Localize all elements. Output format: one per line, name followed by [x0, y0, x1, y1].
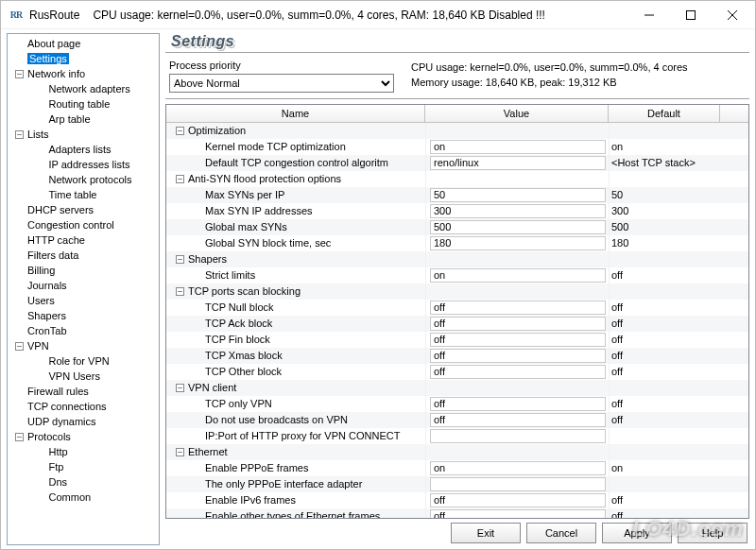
grid-row[interactable]: TCP Ack blockoffoff — [166, 316, 748, 332]
grid-row[interactable]: Global max SYNs500500 — [166, 219, 748, 235]
value-cell[interactable]: on — [430, 461, 606, 475]
tree-item[interactable]: Congestion control — [8, 217, 159, 232]
apply-button[interactable]: Apply — [602, 523, 672, 543]
grid-row[interactable]: Strict limitsonoff — [166, 267, 748, 284]
col-value[interactable]: Value — [425, 105, 609, 122]
grid-row[interactable]: Enable IPv6 framesoffoff — [166, 492, 748, 508]
tree-expander-icon[interactable]: − — [15, 130, 24, 139]
tree-item[interactable]: −Network info — [8, 66, 159, 81]
tree-item[interactable]: Dns — [8, 474, 159, 490]
tree-item[interactable]: −Protocols — [8, 429, 159, 444]
tree-item[interactable]: IP addresses lists — [8, 157, 159, 172]
value-cell[interactable]: off — [430, 349, 606, 363]
grid-category-row[interactable]: −Optimization — [166, 123, 748, 139]
value-cell[interactable]: off — [430, 509, 606, 518]
grid-expander-icon[interactable]: − — [176, 255, 184, 264]
nav-tree[interactable]: About pageSettings−Network info Network … — [7, 33, 160, 545]
tree-item[interactable]: Users — [8, 293, 159, 308]
default-cell: on — [609, 460, 720, 476]
tree-item[interactable]: Network protocols — [8, 172, 159, 187]
tree-item[interactable]: HTTP cache — [8, 232, 159, 248]
tree-item[interactable]: Journals — [8, 278, 159, 293]
tree-label: IP addresses lists — [49, 159, 130, 170]
tree-item[interactable]: UDP dynamics — [8, 414, 159, 429]
tree-item[interactable]: Network adapters — [8, 81, 159, 96]
tree-item[interactable]: Time table — [8, 187, 159, 202]
tree-item[interactable]: Adapters lists — [8, 142, 159, 157]
grid-expander-icon[interactable]: − — [176, 448, 184, 456]
grid-category-row[interactable]: −VPN client — [166, 380, 748, 396]
priority-select[interactable]: Above Normal — [169, 74, 394, 93]
tree-item[interactable]: VPN Users — [8, 369, 159, 384]
grid-category-row[interactable]: −Ethernet — [166, 444, 748, 460]
grid-category-row[interactable]: −TCP ports scan blocking — [166, 284, 748, 300]
tree-item[interactable]: −VPN — [8, 338, 159, 353]
col-default[interactable]: Default — [609, 105, 720, 122]
col-name[interactable]: Name — [166, 105, 425, 122]
grid-expander-icon[interactable]: − — [176, 384, 184, 392]
grid-row[interactable]: Max SYN IP addresses300300 — [166, 203, 748, 219]
value-cell[interactable]: off — [430, 493, 606, 507]
grid-expander-icon[interactable]: − — [176, 127, 184, 135]
grid-row[interactable]: Global SYN block time, sec180180 — [166, 235, 748, 251]
value-cell[interactable] — [430, 429, 606, 443]
value-cell[interactable]: on — [430, 268, 606, 283]
value-cell[interactable]: off — [430, 333, 606, 347]
tree-item[interactable]: TCP connections — [8, 399, 159, 414]
grid-row[interactable]: The only PPPoE interface adapter — [166, 476, 748, 492]
tree-expander-icon[interactable]: − — [15, 433, 24, 441]
grid-row[interactable]: Default TCP congestion control algoritmr… — [166, 155, 748, 171]
tree-item[interactable]: About page — [8, 36, 159, 51]
tree-item[interactable]: Routing table — [8, 96, 159, 112]
close-button[interactable] — [712, 2, 753, 28]
tree-item[interactable]: Settings — [8, 51, 159, 66]
tree-item[interactable]: Role for VPN — [8, 353, 159, 369]
help-button[interactable]: Help — [678, 523, 747, 543]
grid-category-row[interactable]: −Shapers — [166, 251, 748, 267]
exit-button[interactable]: Exit — [451, 523, 521, 543]
grid-row[interactable]: TCP Other blockoffoff — [166, 364, 748, 380]
tree-item[interactable]: Filters data — [8, 248, 159, 263]
value-cell[interactable]: on — [430, 140, 606, 154]
value-cell[interactable]: 180 — [430, 236, 606, 250]
grid-row[interactable]: Max SYNs per IP5050 — [166, 187, 748, 203]
maximize-button[interactable] — [670, 2, 712, 28]
value-cell[interactable] — [430, 477, 606, 491]
grid-row[interactable]: Enable other types of Ethernet framesoff… — [166, 508, 748, 518]
tree-item[interactable]: Http — [8, 444, 159, 459]
grid-row[interactable]: TCP only VPNoffoff — [166, 396, 748, 412]
grid-row[interactable]: Kernel mode TCP optimizationonon — [166, 139, 748, 155]
grid-row[interactable]: TCP Null blockoffoff — [166, 300, 748, 316]
tree-item[interactable]: Shapers — [8, 308, 159, 323]
value-cell[interactable]: off — [430, 301, 606, 315]
tree-item[interactable]: Billing — [8, 263, 159, 278]
tree-item[interactable]: −Lists — [8, 127, 159, 142]
cancel-button[interactable]: Cancel — [526, 523, 596, 543]
value-cell[interactable]: reno/linux — [430, 156, 606, 170]
grid-expander-icon[interactable]: − — [176, 287, 184, 296]
value-cell[interactable]: off — [430, 365, 606, 379]
tree-item[interactable]: Common — [8, 490, 159, 505]
grid-body[interactable]: −OptimizationKernel mode TCP optimizatio… — [166, 123, 748, 518]
tree-item[interactable]: CronTab — [8, 323, 159, 338]
grid-category-row[interactable]: −Anti-SYN flood protection options — [166, 171, 748, 187]
tree-item[interactable]: Ftp — [8, 459, 159, 474]
grid-row[interactable]: IP:Port of HTTP proxy for VPN CONNECT — [166, 428, 748, 444]
tree-expander-icon[interactable]: − — [15, 342, 24, 351]
value-cell[interactable]: off — [430, 317, 606, 331]
grid-row[interactable]: TCP Xmas blockoffoff — [166, 348, 748, 364]
minimize-button[interactable] — [628, 2, 670, 28]
value-cell[interactable]: 300 — [430, 204, 606, 218]
grid-row[interactable]: TCP Fin blockoffoff — [166, 332, 748, 348]
value-cell[interactable]: off — [430, 397, 606, 411]
value-cell[interactable]: 500 — [430, 220, 606, 234]
grid-expander-icon[interactable]: − — [176, 175, 184, 183]
tree-item[interactable]: Firewall rules — [8, 384, 159, 399]
tree-expander-icon[interactable]: − — [15, 70, 24, 78]
grid-row[interactable]: Do not use broadcasts on VPNoffoff — [166, 412, 748, 428]
tree-item[interactable]: DHCP servers — [8, 202, 159, 217]
value-cell[interactable]: 50 — [430, 188, 606, 202]
value-cell[interactable]: off — [430, 413, 606, 427]
tree-item[interactable]: Arp table — [8, 112, 159, 127]
grid-row[interactable]: Enable PPPoE framesonon — [166, 460, 748, 476]
